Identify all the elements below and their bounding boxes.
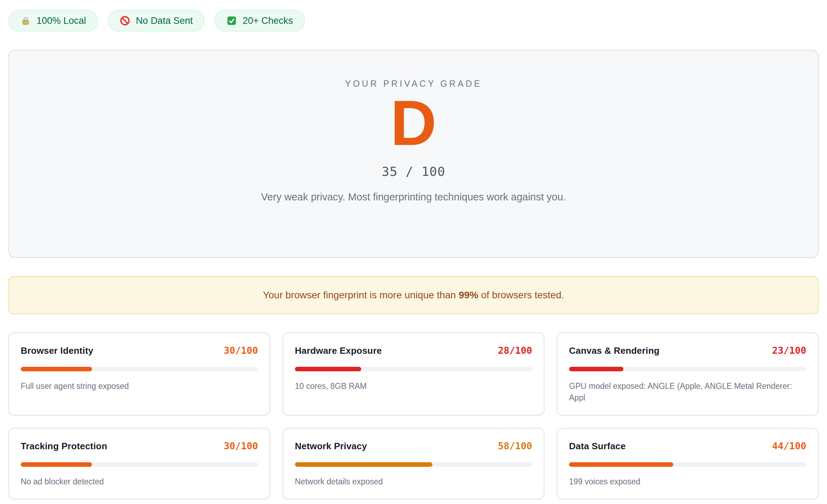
grade-description: Very weak privacy. Most fingerprinting t…	[261, 188, 566, 205]
progress-bar-fill	[569, 462, 673, 467]
progress-bar-track	[569, 367, 806, 371]
card-score: 30/100	[224, 345, 258, 356]
badge-local: 100% Local	[8, 10, 98, 32]
grade-letter: D	[390, 94, 436, 152]
badge-no-data-sent: No Data Sent	[108, 10, 205, 32]
card-tracking-protection: Tracking Protection 30/100 No ad blocker…	[8, 428, 270, 499]
card-score: 28/100	[498, 345, 532, 356]
card-description: Network details exposed	[295, 476, 520, 488]
card-score: 58/100	[498, 440, 532, 451]
progress-bar-fill	[295, 462, 432, 467]
progress-bar-track	[569, 462, 806, 467]
card-network-privacy: Network Privacy 58/100 Network details e…	[283, 428, 544, 499]
card-score: 23/100	[772, 345, 806, 356]
card-title: Hardware Exposure	[295, 345, 382, 356]
card-description: No ad blocker detected	[21, 476, 245, 488]
badge-label: 100% Local	[37, 15, 86, 26]
progress-bar-track	[21, 462, 258, 467]
card-title: Canvas & Rendering	[569, 345, 660, 356]
badge-checks: 20+ Checks	[214, 10, 305, 32]
card-title: Tracking Protection	[21, 441, 107, 452]
privacy-report-page: 100% Local No Data Sent 20+ Checks YOUR …	[0, 0, 827, 504]
card-title: Data Surface	[569, 441, 626, 452]
card-title: Network Privacy	[295, 441, 367, 452]
card-score: 44/100	[772, 440, 806, 451]
lock-icon	[20, 15, 31, 26]
trust-badges-row: 100% Local No Data Sent 20+ Checks	[8, 10, 819, 32]
progress-bar-fill	[21, 367, 92, 371]
card-data-surface: Data Surface 44/100 199 voices exposed	[557, 428, 819, 499]
card-header: Canvas & Rendering 23/100	[569, 345, 806, 356]
badge-label: No Data Sent	[136, 15, 193, 26]
banner-text: Your browser fingerprint is more unique …	[263, 290, 564, 301]
card-score: 30/100	[224, 440, 258, 451]
metric-cards-grid: Browser Identity 30/100 Full user agent …	[8, 332, 819, 499]
progress-bar-track	[21, 367, 258, 371]
card-description: Full user agent string exposed	[21, 380, 245, 392]
card-header: Network Privacy 58/100	[295, 440, 532, 452]
progress-bar-track	[295, 367, 532, 371]
uniqueness-banner: Your browser fingerprint is more unique …	[8, 276, 819, 314]
card-browser-identity: Browser Identity 30/100 Full user agent …	[8, 332, 270, 416]
no-entry-icon	[120, 15, 130, 26]
card-header: Tracking Protection 30/100	[21, 440, 258, 452]
check-icon	[226, 15, 237, 26]
progress-bar-track	[295, 462, 532, 467]
card-description: 199 voices exposed	[569, 476, 794, 488]
card-description: 10 cores, 8GB RAM	[295, 380, 520, 392]
privacy-grade-panel: YOUR PRIVACY GRADE D 35 / 100 Very weak …	[8, 50, 819, 258]
progress-bar-fill	[295, 367, 361, 371]
card-hardware-exposure: Hardware Exposure 28/100 10 cores, 8GB R…	[283, 332, 544, 416]
card-header: Browser Identity 30/100	[21, 345, 258, 356]
card-header: Data Surface 44/100	[569, 440, 806, 452]
grade-score: 35 / 100	[382, 164, 445, 179]
card-title: Browser Identity	[21, 345, 93, 356]
progress-bar-fill	[569, 367, 623, 371]
progress-bar-fill	[21, 462, 92, 467]
card-canvas-rendering: Canvas & Rendering 23/100 GPU model expo…	[557, 332, 819, 416]
card-description: GPU model exposed: ANGLE (Apple, ANGLE M…	[569, 380, 794, 404]
banner-highlight: 99%	[459, 290, 478, 300]
badge-label: 20+ Checks	[243, 15, 293, 26]
card-header: Hardware Exposure 28/100	[295, 345, 532, 356]
